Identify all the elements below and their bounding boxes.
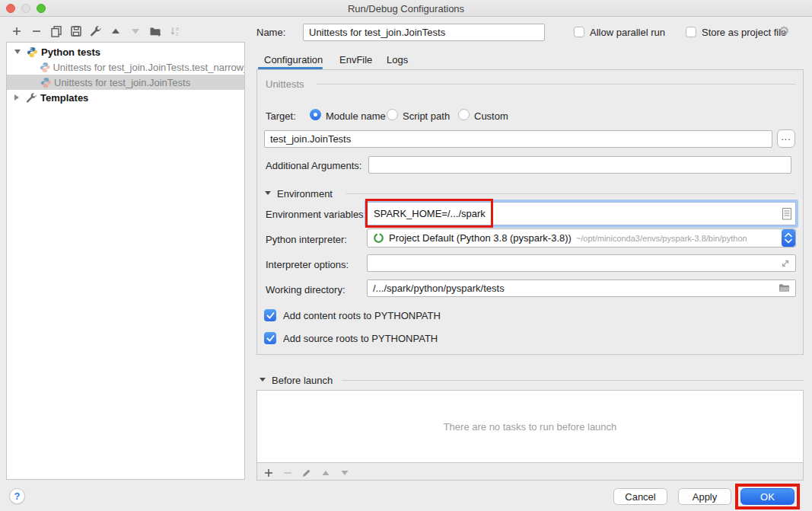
- interpreter-options-input[interactable]: [367, 254, 796, 272]
- python-test-icon: [40, 62, 51, 73]
- store-as-project-file-checkbox[interactable]: [686, 27, 696, 37]
- save-configuration-icon[interactable]: [70, 25, 82, 37]
- edit-task-icon[interactable]: [301, 468, 312, 478]
- titlebar: Run/Debug Configurations: [0, 0, 812, 17]
- additional-arguments-label: Additional Arguments:: [266, 160, 361, 171]
- gear-icon[interactable]: ⚙: [779, 24, 789, 38]
- expand-field-icon[interactable]: [779, 257, 791, 273]
- python-test-icon: [40, 77, 52, 88]
- tab-logs[interactable]: Logs: [387, 54, 408, 65]
- allow-parallel-run-checkbox[interactable]: [574, 27, 584, 37]
- working-directory-input[interactable]: [367, 279, 796, 297]
- move-down-icon[interactable]: [129, 25, 142, 37]
- tab-configuration[interactable]: Configuration: [264, 54, 323, 65]
- radio-script-path-label: Script path: [403, 110, 450, 122]
- tree-item-templates[interactable]: Templates: [7, 90, 244, 105]
- store-as-project-file-label: Store as project file: [702, 27, 786, 38]
- svg-text:z: z: [176, 31, 179, 37]
- ok-button[interactable]: OK: [740, 488, 794, 505]
- check-icon: [266, 335, 275, 342]
- interpreter-options-label: Interpreter options:: [266, 259, 349, 270]
- remove-icon[interactable]: [30, 25, 43, 37]
- move-task-up-icon[interactable]: [320, 468, 331, 478]
- add-content-roots-checkbox[interactable]: [264, 309, 276, 321]
- add-source-roots-label: Add source roots to PYTHONPATH: [283, 333, 438, 344]
- svg-text:a: a: [176, 26, 179, 31]
- window-title: Run/Debug Configurations: [0, 3, 812, 14]
- add-task-icon[interactable]: [263, 468, 274, 478]
- python-interpreter-select[interactable]: Project Default (Python 3.8 (pyspark-3.8…: [367, 228, 796, 248]
- folder-icon[interactable]: [779, 283, 791, 296]
- tab-envfile[interactable]: EnvFile: [339, 54, 372, 65]
- before-launch-toolbar: [263, 465, 350, 481]
- templates-wrench-icon: [26, 92, 37, 104]
- environment-group-label: Environment: [277, 188, 333, 200]
- conda-environment-icon: [373, 232, 384, 244]
- before-launch-task-list[interactable]: There are no tasks to run before launch: [257, 391, 803, 463]
- tree-item-label: Templates: [40, 92, 88, 104]
- configurations-tree: Python tests Unittests for test_join.Joi…: [6, 42, 245, 480]
- help-button[interactable]: ?: [9, 488, 25, 504]
- environment-separator: [346, 193, 795, 194]
- tree-item-label: Unittests for test_join.JoinTests: [54, 77, 190, 88]
- allow-parallel-run-label: Allow parallel run: [590, 27, 665, 38]
- name-input[interactable]: [303, 24, 545, 41]
- add-content-roots-label: Add content roots to PYTHONPATH: [283, 310, 441, 321]
- python-interpreter-path: ~/opt/miniconda3/envs/pyspark-3.8/bin/py…: [576, 234, 747, 243]
- create-new-folder-icon[interactable]: [149, 25, 161, 37]
- tree-item-python-tests[interactable]: Python tests: [7, 44, 244, 59]
- run-debug-configurations-dialog: Run/Debug Configurations az: [0, 0, 812, 511]
- environment-variables-field[interactable]: SPARK_HOME=/.../spark: [367, 202, 796, 225]
- sort-configurations-icon[interactable]: az: [169, 25, 181, 37]
- move-task-down-icon[interactable]: [339, 468, 350, 478]
- name-label: Name:: [256, 27, 285, 38]
- tree-item-unittests-test-narrow[interactable]: Unittests for test_join.JoinTests.test_n…: [7, 59, 244, 75]
- configurations-toolbar: az: [11, 25, 181, 37]
- cancel-button[interactable]: Cancel: [613, 488, 667, 505]
- collapse-arrow-icon[interactable]: [14, 50, 21, 54]
- expand-arrow-icon[interactable]: [14, 94, 19, 101]
- python-interpreter-label: Python interpreter:: [266, 234, 347, 245]
- tree-item-label: Unittests for test_join.JoinTests.test_n…: [53, 62, 244, 73]
- before-launch-panel: There are no tasks to run before launch: [256, 390, 804, 481]
- module-name-input[interactable]: [264, 130, 772, 148]
- python-interpreter-value: Project Default (Python 3.8 (pyspark-3.8…: [389, 232, 572, 244]
- interpreter-dropdown-stepper[interactable]: [782, 229, 795, 247]
- group-separator: [317, 84, 795, 85]
- check-icon: [266, 312, 275, 319]
- before-launch-collapse-icon[interactable]: [260, 378, 266, 382]
- edit-templates-icon[interactable]: [90, 25, 102, 37]
- target-label: Target:: [266, 110, 296, 122]
- apply-button[interactable]: Apply: [678, 488, 731, 505]
- radio-custom[interactable]: [458, 109, 470, 120]
- tree-item-unittests-jointests-selected[interactable]: Unittests for test_join.JoinTests: [7, 75, 244, 90]
- environment-variables-value: SPARK_HOME=/.../spark: [374, 203, 486, 225]
- add-icon[interactable]: [11, 25, 23, 37]
- before-launch-separator: [342, 380, 804, 381]
- radio-module-name-label: Module name: [326, 110, 386, 122]
- radio-custom-label: Custom: [474, 110, 508, 122]
- radio-module-name[interactable]: [310, 109, 321, 120]
- move-up-icon[interactable]: [110, 25, 122, 37]
- browse-button[interactable]: ...: [777, 129, 795, 148]
- edit-variables-icon[interactable]: [782, 208, 791, 223]
- working-directory-label: Working directory:: [266, 284, 345, 295]
- tree-item-label: Python tests: [41, 46, 100, 58]
- unittests-group-label: Unittests: [266, 78, 304, 90]
- before-launch-empty-message: There are no tasks to run before launch: [444, 421, 617, 433]
- environment-variables-label: Environment variables:: [266, 209, 366, 220]
- before-launch-label: Before launch: [272, 375, 333, 386]
- radio-script-path[interactable]: [387, 109, 398, 120]
- python-icon: [27, 46, 38, 58]
- additional-arguments-input[interactable]: [368, 156, 791, 174]
- add-source-roots-checkbox[interactable]: [264, 332, 276, 344]
- environment-collapse-icon[interactable]: [265, 191, 271, 195]
- remove-task-icon[interactable]: [282, 468, 293, 478]
- copy-configuration-icon[interactable]: [50, 25, 62, 37]
